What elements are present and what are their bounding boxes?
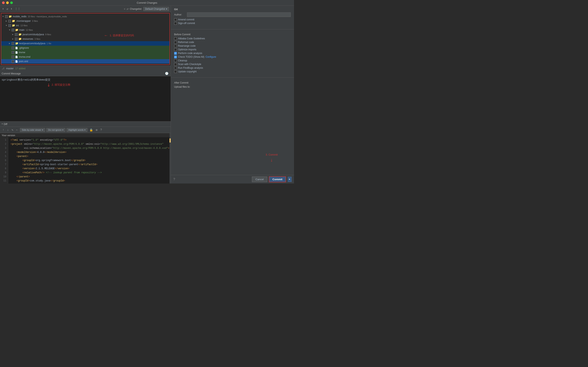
code-line-4: <modelVersion>4.0.0</modelVersion>	[11, 150, 169, 154]
signoff-commit-checkbox[interactable]	[174, 22, 177, 25]
check-todo-checkbox[interactable]: ✓	[174, 56, 177, 58]
commit-message-label: Commit Message	[2, 72, 21, 75]
alibaba-row: Alibaba Code Guidelines	[174, 37, 291, 40]
code-analysis-label: Perform code analysis	[178, 52, 202, 55]
code-area: <?xml version="1.0" encoding="UTF-8"?> <…	[8, 137, 169, 184]
arrow-down-icon: ↓	[270, 157, 273, 163]
commit-message-textarea[interactable]: springboot整合redis的简单demo提交	[0, 76, 171, 121]
tree-meta: 9 files	[45, 33, 51, 36]
tree-row-resources[interactable]: ▶ ✓ 📁 resources 3 files	[1, 37, 169, 41]
alibaba-checkbox[interactable]	[174, 37, 177, 40]
tree-row-java[interactable]: ▶ ✓ 📁 java/com/study/java 9 files	[1, 32, 169, 37]
commit-dropdown-button[interactable]: ▾	[288, 177, 292, 182]
tree-arrow-icon: ▶	[12, 33, 14, 36]
diff-back-icon[interactable]: ←	[15, 128, 18, 132]
tree-row-mobile-redis[interactable]: ▼ − 📁 mobile_redis 20 files ~/work/java_…	[1, 14, 169, 19]
file-icon: 📄	[15, 56, 18, 58]
tree-checkbox[interactable]	[8, 20, 11, 22]
author-input[interactable]	[187, 12, 291, 17]
file-icon: 📄	[15, 51, 18, 54]
tree-row-mvnw[interactable]: ▶ ✓ 📄 mvnw	[1, 50, 169, 55]
lock-icon[interactable]: 🔒	[89, 128, 94, 132]
copyright-checkbox[interactable]	[174, 70, 177, 73]
tree-row-gitignore[interactable]: ▶ ✓ 📄 .gitignore	[1, 46, 169, 50]
tree-checkbox[interactable]: ✓	[8, 24, 11, 27]
diff-collapse-icon: ▼	[2, 123, 3, 125]
optimize-label: Optimize imports	[178, 48, 196, 51]
close-button[interactable]	[2, 1, 5, 4]
help-circle-icon[interactable]: ?	[173, 178, 175, 181]
tree-meta: 3 files	[32, 20, 38, 22]
optimize-row: Optimize imports	[174, 48, 291, 51]
author-field: Author:	[174, 12, 291, 17]
line-numbers: 1 2 3 4 5 6 7 8 9 10 11 12 13 14	[0, 137, 8, 184]
code-line-7: <artifactId>spring-boot-starter-parent</…	[11, 162, 169, 167]
tree-row-pom[interactable]: ▶ ✓ 📄 pom.xml	[1, 59, 169, 64]
diff-gutter	[169, 133, 171, 184]
toolbar-icon-grid[interactable]: ⋮⋮	[14, 7, 21, 11]
commit-message-section: Commit Message 🕐 springboot整合redis的简单dem…	[0, 71, 171, 121]
tree-row-test[interactable]: ▶ ✓ 📁 test/java/com/study/java 1 file	[1, 41, 169, 46]
signoff-commit-label: Sign-off commit	[178, 22, 195, 25]
window-controls	[2, 1, 13, 4]
checkstyle-row: Scan with Checkstyle	[174, 63, 291, 66]
branch-icon: ⎇	[2, 67, 4, 70]
tree-label: .gitignore	[19, 47, 29, 49]
tree-row-mvnw-cmd[interactable]: ▶ ✓ 📄 mvnw.cmd	[1, 55, 169, 59]
ignore-dropdown-icon: ▾	[62, 129, 63, 131]
reformat-checkbox[interactable]	[174, 41, 177, 44]
optimize-checkbox[interactable]	[174, 48, 177, 51]
tree-checkbox[interactable]: −	[5, 15, 8, 18]
maximize-button[interactable]	[10, 1, 13, 4]
file-tree-area: ▼ − 📁 mobile_redis 20 files ~/work/java_…	[1, 13, 170, 65]
toolbar-icon-up[interactable]: ⬆	[2, 7, 4, 11]
tree-checkbox[interactable]: ✓	[12, 42, 14, 45]
ignore-button[interactable]: Do not ignore ▾	[46, 128, 65, 132]
changelist-dropdown[interactable]: Default Changelist ▾	[143, 7, 169, 11]
tree-meta: 20 files ~/work/java_study/mobile_redis	[28, 15, 67, 18]
cancel-button[interactable]: Cancel	[252, 176, 267, 182]
diff-up-icon[interactable]: ↑	[2, 128, 5, 132]
amend-commit-checkbox[interactable]	[174, 18, 177, 21]
folder-icon: 📁	[12, 19, 15, 23]
tree-checkbox[interactable]: ✓	[15, 33, 17, 36]
clock-icon[interactable]: 🕐	[164, 71, 169, 76]
tree-label: test/java/com/study/java	[19, 42, 45, 45]
after-commit-title: After Commit	[174, 81, 291, 84]
toolbar-icon-refresh[interactable]: ↺	[6, 7, 9, 11]
tree-label: .mvn/wrapper	[16, 20, 31, 22]
tree-row-mvn-wrapper[interactable]: ▶ 📁 .mvn/wrapper 3 files	[1, 19, 169, 23]
findbugs-checkbox[interactable]	[174, 67, 177, 69]
settings-icon[interactable]: ⚙	[95, 128, 98, 132]
highlight-words-button[interactable]: Highlight words ▾	[67, 128, 87, 132]
toolbar-icon-down[interactable]: ⬇	[10, 7, 13, 11]
highlight-label: Highlight words	[68, 129, 84, 131]
tree-checkbox[interactable]: ✓	[12, 56, 14, 58]
minimize-button[interactable]	[6, 1, 9, 4]
configure-link[interactable]: Configure	[206, 55, 216, 58]
side-by-side-viewer-button[interactable]: Side-by-side viewer ▾	[20, 128, 45, 132]
diff-header[interactable]: ▼ Diff	[0, 121, 171, 127]
rearrange-checkbox[interactable]	[174, 45, 177, 47]
help-icon[interactable]: ?	[99, 128, 103, 132]
diff-down-icon[interactable]: ↓	[6, 128, 9, 132]
tree-row-src[interactable]: ▼ ✓ 📁 src 13 files	[1, 23, 169, 28]
tree-checkbox[interactable]: ✓	[12, 47, 14, 49]
folder-icon: 📁	[9, 15, 12, 18]
copyright-row: Update copyright	[174, 70, 291, 73]
tree-checkbox[interactable]: ✓	[15, 38, 17, 40]
commit-button[interactable]: Commit	[269, 176, 286, 182]
cleanup-checkbox[interactable]	[174, 59, 177, 62]
amend-commit-row: Amend commit	[174, 18, 291, 21]
author-label: Author:	[174, 13, 185, 16]
title-bar: Commit Changes	[0, 0, 294, 6]
diff-edit-icon[interactable]: ✎	[11, 128, 14, 132]
line-num-5: 5	[0, 154, 8, 158]
tree-row-main[interactable]: ▼ ✓ 📁 main 12 files	[1, 28, 169, 32]
tree-checkbox[interactable]: ✓	[12, 29, 14, 31]
checkstyle-checkbox[interactable]	[174, 63, 177, 66]
tree-checkbox[interactable]: ✓	[12, 60, 14, 63]
tree-checkbox[interactable]: ✓	[12, 51, 14, 54]
code-analysis-checkbox[interactable]: ✓	[174, 52, 177, 55]
your-version-label: Your version	[0, 133, 169, 137]
